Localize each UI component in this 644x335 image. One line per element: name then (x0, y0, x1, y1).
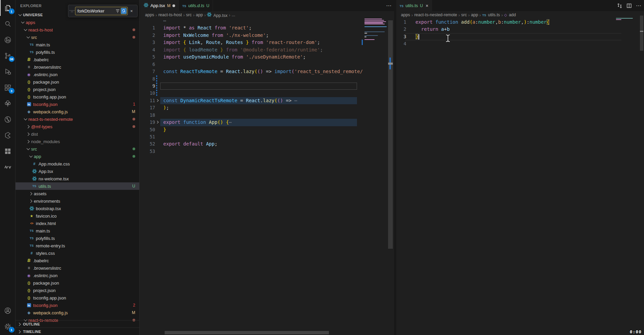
minimap-right[interactable] (616, 18, 635, 21)
breadcrumb-item[interactable]: App.tsx (207, 12, 227, 18)
code-line[interactable]: 19export function App() {⋯ (140, 119, 394, 126)
breadcrumb-item[interactable]: apps (401, 13, 410, 17)
tree-item-project.json[interactable]: {}project.json (16, 287, 139, 294)
compare-changes-icon[interactable] (617, 3, 622, 8)
tree-item-apps[interactable]: apps (16, 19, 139, 26)
code-line[interactable]: 3import { Link, Route, Routes } from 're… (140, 39, 394, 46)
buf-activity-item[interactable] (0, 127, 16, 143)
code-line[interactable]: 10 (140, 90, 394, 97)
tree-item-tsconfig.json[interactable]: tstsconfig.json1 (16, 100, 139, 108)
code-line[interactable]: 51 (140, 133, 394, 140)
breadcrumb-item[interactable]: ... (232, 13, 235, 17)
vertical-scrollbar-left[interactable] (388, 20, 393, 249)
grid-activity-item[interactable] (0, 143, 16, 159)
tree-item-.eslintrc.json[interactable]: ◉.eslintrc.json (16, 71, 139, 78)
more-actions-icon[interactable]: ⋯ (386, 2, 391, 9)
code-line[interactable]: 1import * as React from 'react'; (140, 24, 394, 31)
code-line[interactable]: 4import { loadRemote } from '@module-fed… (140, 46, 394, 53)
tree-item-react-ts-nested-remote[interactable]: react-ts-nested-remote (16, 115, 139, 123)
tree-item-favicon.ico[interactable]: ★favicon.ico (16, 212, 139, 220)
close-icon[interactable]: × (128, 8, 135, 14)
waves-activity-item[interactable] (0, 159, 16, 175)
account-activity-item[interactable] (0, 303, 16, 318)
tree-item-app[interactable]: app (16, 153, 139, 160)
panel-timeline[interactable]: TIMELINE (16, 328, 139, 335)
tree-item-webpack.config.js[interactable]: ◈webpack.config.jsM (16, 108, 139, 115)
tree-item-index.html[interactable]: <>index.html (16, 220, 139, 227)
tree-item-.eslintrc.json[interactable]: ◉.eslintrc.json (16, 272, 139, 279)
tree-item-app.module.css[interactable]: #App.module.css (16, 160, 139, 168)
tree-item-nx-welcome.tsx[interactable]: nx-welcome.tsx (16, 175, 139, 182)
explorer-activity-item[interactable]: 1 (0, 0, 16, 16)
breadcrumb-item[interactable]: app (471, 13, 478, 17)
tree-item-package.json[interactable]: {}package.json (16, 78, 139, 86)
vertical-scrollbar-right[interactable] (640, 16, 643, 51)
tree-item-bootstrap.tsx[interactable]: bootstrap.tsx (16, 205, 139, 212)
tree-item-.babelrc[interactable]: B.babelrc (16, 56, 139, 63)
tree-item-.browserslistrc[interactable]: ≡.browserslistrc (16, 63, 139, 71)
more-actions-icon[interactable]: ⋯ (636, 2, 641, 9)
code-line[interactable]: 18 (140, 112, 394, 119)
tree-item-@mf-types[interactable]: @mf-types (16, 123, 139, 130)
split-editor-icon[interactable] (626, 3, 632, 8)
tree-item-polyfills.ts[interactable]: TSpolyfills.ts (16, 48, 139, 56)
source-control-activity-item[interactable]: 38 (0, 48, 16, 64)
tab-utils-ts[interactable]: TSutils.tsU× (396, 0, 432, 11)
tree-item-environments[interactable]: environments (16, 197, 139, 205)
close-icon[interactable]: × (426, 3, 428, 8)
tree-item-main.ts[interactable]: TSmain.ts (16, 41, 139, 48)
code-line[interactable]: 1export function add(a:number,b:number,)… (396, 19, 644, 26)
code-line[interactable]: 8 (140, 75, 394, 83)
breadcrumb-item[interactable]: src (461, 13, 467, 17)
breadcrumb-item[interactable]: ◇ add (504, 13, 516, 17)
code-line[interactable]: 2 return a+b (396, 26, 644, 33)
code-line[interactable]: 3} (396, 33, 644, 40)
breadcrumb-item[interactable]: src (186, 13, 192, 17)
code-line[interactable]: 53 (140, 148, 394, 155)
breadcrumb-item[interactable]: apps (145, 13, 154, 17)
code-line[interactable]: 5import useDynamicModule from './useDyna… (140, 53, 394, 61)
code-line[interactable]: 17); (140, 104, 394, 111)
tree-item-styles.css[interactable]: #styles.css (16, 249, 139, 257)
code-line[interactable]: 50} (140, 126, 394, 133)
drag-grip-icon[interactable] (70, 10, 74, 12)
tree-find-input[interactable]: forkDtsWorker (75, 7, 128, 15)
tree-item-.babelrc[interactable]: B.babelrc (16, 257, 139, 264)
breadcrumb-item[interactable]: TS utils.ts (482, 13, 500, 17)
minimap-left[interactable] (364, 19, 388, 40)
tree-item-assets[interactable]: assets (16, 190, 139, 197)
nx-console-activity-item[interactable] (0, 32, 16, 48)
tree-item-react-ts-host[interactable]: react-ts-host (16, 26, 139, 34)
tree-item-project.json[interactable]: {}project.json (16, 86, 139, 93)
tree-item-src[interactable]: src (16, 34, 139, 41)
horizontal-scrollbar-left[interactable] (165, 331, 329, 334)
tree-find-value[interactable]: forkDtsWorker (75, 9, 115, 14)
editor-left[interactable]: ⋯1import * as React from 'react';2import… (140, 17, 394, 155)
tree-item-app.tsx[interactable]: App.tsx (16, 168, 139, 175)
breadcrumb-item[interactable]: react-ts-host (158, 13, 182, 17)
tree-item-node-modules[interactable]: node_modules (16, 138, 139, 145)
tree-item-tsconfig.app.json[interactable]: {}tsconfig.app.json (16, 93, 139, 100)
git-graph-activity-item[interactable] (0, 111, 16, 127)
code-line[interactable]: 9 (140, 83, 394, 90)
panel-outline[interactable]: OUTLINE (16, 320, 139, 328)
tree-item-src[interactable]: src (16, 145, 139, 153)
code-line[interactable]: 2import NxWelcome from './nx-welcome'; (140, 32, 394, 39)
tab-App-tsx[interactable]: App.tsxM (140, 0, 179, 11)
tree-item-tsconfig.app.json[interactable]: {}tsconfig.app.json (16, 294, 139, 302)
todo-tree-activity-item[interactable] (0, 95, 16, 111)
run-debug-activity-item[interactable] (0, 64, 16, 80)
filter-icon[interactable] (115, 8, 121, 14)
code-line[interactable]: 11const DynamicReactTsRemote = React.laz… (140, 97, 394, 104)
tree-item-dist[interactable]: dist (16, 130, 139, 138)
tree-item-package.json[interactable]: {}package.json (16, 279, 139, 287)
search-activity-item[interactable] (0, 16, 16, 32)
tab-utils-d-ts[interactable]: TSutils.d.tsU (179, 0, 213, 11)
tree-item-main.ts[interactable]: TSmain.ts (16, 227, 139, 234)
tree-item-remote-entry.ts[interactable]: TSremote-entry.ts (16, 242, 139, 249)
tree-item-utils.ts[interactable]: TSutils.tsU (16, 182, 139, 190)
tree-item-polyfills.ts[interactable]: TSpolyfills.ts (16, 234, 139, 242)
code-line[interactable]: 7const ReactTsRemote = React.lazy(() => … (140, 68, 394, 75)
code-line[interactable]: ⋯ (140, 17, 394, 24)
extensions-activity-item[interactable]: 3 (0, 80, 16, 95)
